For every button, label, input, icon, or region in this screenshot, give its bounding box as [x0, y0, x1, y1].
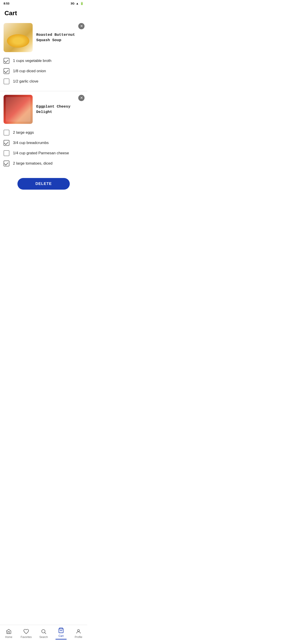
status-time: 8:53	[4, 2, 10, 5]
recipe-card-eggplant: Eggplant Cheesy Delight ✕ 2 large eggs 3…	[0, 92, 87, 171]
ingredient-checkbox-3[interactable]	[4, 78, 10, 84]
remove-butternut-button[interactable]: ✕	[78, 23, 84, 29]
ingredient-text-1: 1 cups vegetable broth	[13, 58, 52, 63]
ingredient-text-5: 3/4 cup breadcrumbs	[13, 141, 49, 145]
ingredient-list-eggplant: 2 large eggs 3/4 cup breadcrumbs 1/4 cup…	[0, 126, 87, 171]
ingredient-text-6: 1/4 cup grated Parmesan cheese	[13, 151, 69, 156]
recipe-image-eggplant	[4, 95, 33, 124]
ingredient-checkbox-6[interactable]	[4, 150, 10, 156]
status-icons: 3G ▲ 🔋	[71, 2, 84, 5]
ingredient-checkbox-4[interactable]	[4, 130, 10, 136]
recipe-card-butternut-soup: Roasted Butternut Squash Soup ✕ 1 cups v…	[0, 20, 87, 89]
ingredient-text-4: 2 large eggs	[13, 130, 34, 135]
ingredient-item: 1/4 cup grated Parmesan cheese	[4, 148, 84, 158]
ingredient-item: 1/8 cup diced onion	[4, 66, 84, 76]
status-bar: 8:53 3G ▲ 🔋	[0, 0, 87, 7]
ingredient-text-7: 2 large tomatoes, diced	[13, 161, 52, 166]
recipe-title-butternut: Roasted Butternut Squash Soup	[36, 32, 84, 43]
network-icon: 3G	[71, 2, 74, 5]
remove-eggplant-button[interactable]: ✕	[78, 95, 84, 101]
ingredient-item: 3/4 cup breadcrumbs	[4, 138, 84, 148]
recipe-header-butternut: Roasted Butternut Squash Soup ✕	[0, 20, 87, 55]
ingredient-checkbox-7[interactable]	[4, 160, 10, 166]
ingredient-text-3: 1/2 garlic clove	[13, 79, 38, 84]
ingredient-item: 1 cups vegetable broth	[4, 56, 84, 66]
battery-icon: 🔋	[80, 2, 84, 5]
ingredient-checkbox-5[interactable]	[4, 140, 10, 146]
cart-content: Roasted Butternut Squash Soup ✕ 1 cups v…	[0, 20, 87, 216]
signal-icon: ▲	[76, 2, 79, 5]
ingredient-checkbox-1[interactable]	[4, 58, 10, 64]
ingredient-text-2: 1/8 cup diced onion	[13, 69, 46, 73]
page-title: Cart	[0, 7, 87, 20]
recipe-image-butternut	[4, 23, 33, 52]
section-divider	[0, 91, 87, 91]
recipe-title-eggplant: Eggplant Cheesy Delight	[36, 104, 84, 115]
ingredient-item: 2 large eggs	[4, 128, 84, 138]
recipe-header-eggplant: Eggplant Cheesy Delight ✕	[0, 92, 87, 126]
ingredient-checkbox-2[interactable]	[4, 68, 10, 74]
ingredient-item: 1/2 garlic clove	[4, 76, 84, 86]
ingredient-item: 2 large tomatoes, diced	[4, 158, 84, 168]
delete-button[interactable]: DELETE	[18, 178, 70, 190]
ingredient-list-butternut: 1 cups vegetable broth 1/8 cup diced oni…	[0, 55, 87, 89]
